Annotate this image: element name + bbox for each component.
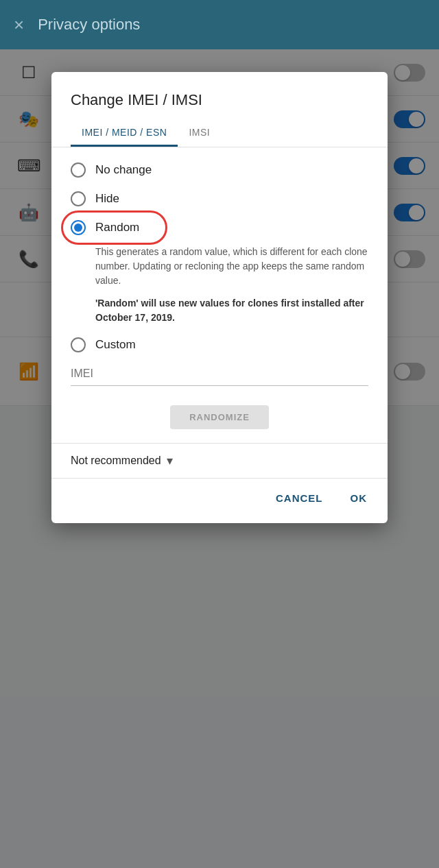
radio-no-change <box>71 162 86 178</box>
not-recommended-row[interactable]: Not recommended ▾ <box>51 444 388 478</box>
option-random-label: Random <box>95 221 139 234</box>
change-imei-dialog: Change IMEI / IMSI IMEI / MEID / ESN IMS… <box>51 72 388 523</box>
option-no-change[interactable]: No change <box>71 156 368 184</box>
option-random[interactable]: Random <box>71 213 368 242</box>
radio-hide <box>71 191 86 206</box>
imei-input[interactable] <box>71 362 368 386</box>
tab-imei[interactable]: IMEI / MEID / ESN <box>71 120 178 147</box>
options-section: No change Hide Random This generates a r… <box>51 147 388 359</box>
dialog-title: Change IMEI / IMSI <box>51 72 388 120</box>
close-icon[interactable]: × <box>14 16 24 34</box>
option-hide[interactable]: Hide <box>71 184 368 213</box>
random-note: 'Random' will use new values for clones … <box>71 293 368 330</box>
not-recommended-label: Not recommended <box>71 455 161 467</box>
action-buttons: CANCEL OK <box>51 479 388 515</box>
option-hide-label: Hide <box>95 192 119 206</box>
top-bar: × Privacy options <box>0 0 439 49</box>
chevron-down-icon: ▾ <box>167 453 173 468</box>
option-no-change-label: No change <box>95 163 152 177</box>
imei-input-area <box>51 359 388 391</box>
randomize-button[interactable]: RANDOMIZE <box>170 405 269 429</box>
option-custom-label: Custom <box>95 338 136 352</box>
dialog-tabs: IMEI / MEID / ESN IMSI <box>51 120 388 147</box>
option-custom[interactable]: Custom <box>71 330 368 359</box>
radio-random <box>71 220 86 235</box>
cancel-button[interactable]: CANCEL <box>269 487 330 509</box>
random-description: This generates a random value, which is … <box>71 242 368 293</box>
tab-imsi[interactable]: IMSI <box>178 120 221 147</box>
page-title: Privacy options <box>38 16 140 34</box>
radio-custom <box>71 337 86 352</box>
ok-button[interactable]: OK <box>344 487 375 509</box>
